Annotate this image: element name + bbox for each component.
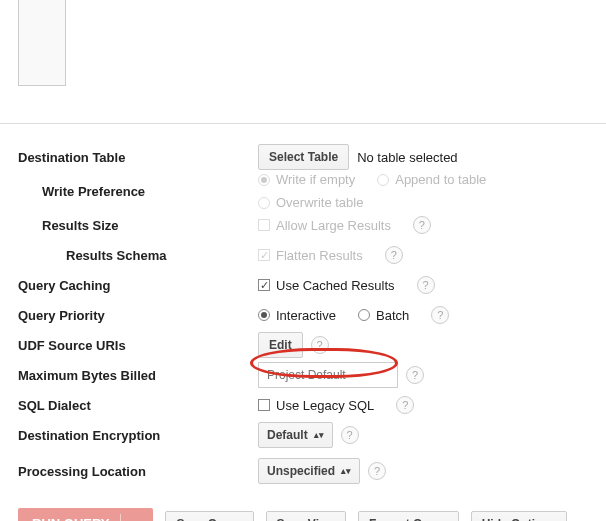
help-icon[interactable]: ? [311, 336, 329, 354]
location-select[interactable]: Unspecified ▴▾ [258, 458, 360, 484]
help-icon[interactable]: ? [417, 276, 435, 294]
updown-icon: ▴▾ [314, 431, 324, 440]
append-to-table-radio: Append to table [377, 172, 486, 187]
select-table-button[interactable]: Select Table [258, 144, 349, 170]
hide-options-button[interactable]: Hide Options [471, 511, 568, 522]
help-icon[interactable]: ? [385, 246, 403, 264]
encryption-select[interactable]: Default ▴▾ [258, 422, 333, 448]
checkbox-icon [258, 279, 270, 291]
radio-icon [377, 174, 389, 186]
query-caching-label: Query Caching [18, 278, 258, 293]
write-if-empty-radio: Write if empty [258, 172, 355, 187]
write-preference-label: Write Preference [18, 184, 258, 199]
destination-table-status: No table selected [357, 150, 457, 165]
help-icon[interactable]: ? [406, 366, 424, 384]
help-icon[interactable]: ? [368, 462, 386, 480]
help-icon[interactable]: ? [413, 216, 431, 234]
radio-icon [258, 174, 270, 186]
updown-icon: ▴▾ [341, 467, 351, 476]
results-size-label: Results Size [18, 218, 258, 233]
radio-icon [358, 309, 370, 321]
udf-source-uris-label: UDF Source URIs [18, 338, 258, 353]
allow-large-results-checkbox: Allow Large Results [258, 218, 391, 233]
help-icon[interactable]: ? [396, 396, 414, 414]
radio-icon [258, 197, 270, 209]
save-query-button[interactable]: Save Query [165, 511, 253, 522]
checkbox-icon [258, 399, 270, 411]
query-priority-label: Query Priority [18, 308, 258, 323]
batch-radio[interactable]: Batch [358, 308, 409, 323]
line-gutter [18, 0, 66, 86]
save-view-button[interactable]: Save View [266, 511, 347, 522]
destination-encryption-label: Destination Encryption [18, 428, 258, 443]
checkbox-icon [258, 219, 270, 231]
checkbox-icon [258, 249, 270, 261]
query-options: Destination Table Select Table No table … [0, 124, 606, 496]
max-bytes-billed-label: Maximum Bytes Billed [18, 368, 258, 383]
max-bytes-input[interactable] [258, 362, 398, 388]
processing-location-label: Processing Location [18, 464, 258, 479]
edit-udf-button[interactable]: Edit [258, 332, 303, 358]
sql-dialect-label: SQL Dialect [18, 398, 258, 413]
results-schema-label: Results Schema [18, 248, 258, 263]
use-legacy-sql-checkbox[interactable]: Use Legacy SQL [258, 398, 374, 413]
radio-icon [258, 309, 270, 321]
destination-table-label: Destination Table [18, 150, 258, 165]
overwrite-table-radio: Overwrite table [258, 195, 363, 210]
action-bar: RUN QUERY ▼ Save Query Save View Format … [0, 496, 606, 521]
help-icon[interactable]: ? [341, 426, 359, 444]
run-query-button[interactable]: RUN QUERY ▼ [18, 508, 153, 521]
use-cached-results-checkbox[interactable]: Use Cached Results [258, 278, 395, 293]
interactive-radio[interactable]: Interactive [258, 308, 336, 323]
editor-area [0, 0, 606, 124]
help-icon[interactable]: ? [431, 306, 449, 324]
format-query-button[interactable]: Format Query [358, 511, 459, 522]
flatten-results-checkbox: Flatten Results [258, 248, 363, 263]
